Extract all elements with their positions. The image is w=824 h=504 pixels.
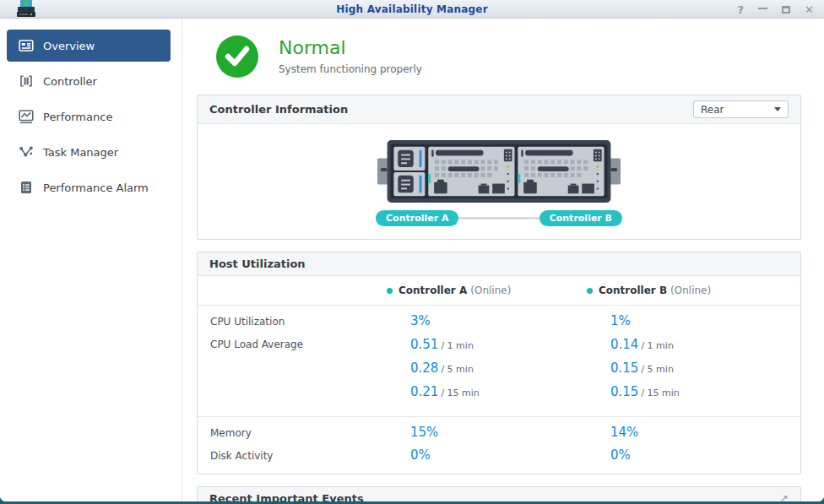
load-5min-b: 0.15/ 5 min bbox=[610, 360, 800, 376]
online-status-dot bbox=[387, 288, 393, 294]
green-check-icon bbox=[216, 35, 258, 78]
cpu-value-b: 1% bbox=[610, 313, 800, 328]
sidebar-item-label: Controller bbox=[43, 75, 97, 88]
window-controls: ? ✕ bbox=[738, 0, 814, 19]
sidebar-item-controller[interactable]: Controller bbox=[7, 65, 171, 97]
controller-illustration-area: Controller A Controller B bbox=[198, 124, 800, 239]
titlebar: High Availability Manager ? ✕ bbox=[0, 0, 824, 19]
main-content: Normal System functioning properly Contr… bbox=[183, 19, 824, 501]
controller-a-column-header: Controller A (Online) bbox=[387, 285, 610, 296]
sidebar-item-overview[interactable]: Overview bbox=[7, 30, 171, 62]
sidebar-item-label: Performance bbox=[43, 111, 112, 123]
host-utilization-panel: Host Utilization Controller A (Online) C… bbox=[197, 252, 801, 474]
sidebar-item-label: Performance Alarm bbox=[43, 182, 149, 194]
controller-information-panel: Controller Information Rear bbox=[197, 95, 801, 240]
controller-badges: Controller A Controller B bbox=[376, 210, 622, 227]
view-selector-value: Rear bbox=[701, 104, 724, 116]
app-window: High Availability Manager ? ✕ Overview bbox=[0, 0, 824, 501]
performance-alarm-icon bbox=[19, 180, 34, 195]
window-title: High Availability Manager bbox=[0, 3, 824, 15]
sidebar: Overview Controller Performance bbox=[0, 19, 182, 501]
performance-chart-icon bbox=[19, 109, 34, 124]
panel-title: Controller Information bbox=[209, 103, 348, 116]
cpu-value-a: 3% bbox=[410, 313, 610, 328]
sidebar-item-performance-alarm[interactable]: Performance Alarm bbox=[7, 171, 171, 203]
load-1min-b: 0.14/ 1 min bbox=[610, 336, 800, 352]
recent-events-panel: Recent Important Events ↗ bbox=[197, 486, 801, 501]
overview-card-icon bbox=[19, 38, 34, 53]
panel-title: Recent Important Events bbox=[209, 492, 364, 501]
view-selector-dropdown[interactable]: Rear bbox=[693, 100, 789, 118]
memory-value-a: 15% bbox=[410, 425, 610, 440]
controller-b-badge: Controller B bbox=[539, 210, 622, 226]
sidebar-item-task-manager[interactable]: Task Manager bbox=[7, 136, 171, 168]
controller-b-column-header: Controller B (Online) bbox=[587, 285, 800, 296]
help-icon[interactable]: ? bbox=[738, 4, 745, 15]
close-icon[interactable]: ✕ bbox=[805, 4, 814, 15]
memory-value-b: 14% bbox=[610, 425, 800, 440]
controller-a-badge: Controller A bbox=[376, 210, 458, 226]
dual-controller-rear-view bbox=[376, 137, 622, 204]
task-manager-icon bbox=[19, 144, 34, 160]
table-row-cpu-load-average: CPU Load Average 0.51/ 1 min 0.28/ 5 min… bbox=[198, 328, 800, 407]
table-column-headers: Controller A (Online) Controller B (Onli… bbox=[198, 276, 800, 306]
sidebar-item-label: Overview bbox=[43, 40, 95, 52]
system-status: Normal System functioning properly bbox=[216, 32, 824, 81]
minimize-icon[interactable] bbox=[758, 7, 767, 9]
sidebar-item-performance[interactable]: Performance bbox=[7, 100, 171, 133]
panel-title: Host Utilization bbox=[209, 257, 306, 270]
load-1min-a: 0.51/ 1 min bbox=[410, 336, 610, 352]
disk-value-a: 0% bbox=[410, 447, 610, 463]
recent-events-header: Recent Important Events ↗ bbox=[198, 487, 800, 501]
disk-value-b: 0% bbox=[610, 447, 800, 463]
status-subtitle: System functioning properly bbox=[279, 63, 422, 75]
table-row-memory: Memory 15% 14% bbox=[198, 417, 800, 440]
maximize-icon[interactable] bbox=[782, 6, 790, 14]
table-row-cpu-utilization: CPU Utilization 3% 1% bbox=[198, 306, 800, 328]
open-in-new-icon[interactable]: ↗ bbox=[779, 492, 789, 501]
controller-icon bbox=[19, 73, 34, 89]
sidebar-item-label: Task Manager bbox=[43, 146, 118, 159]
load-5min-a: 0.28/ 5 min bbox=[410, 360, 610, 376]
host-utilization-header: Host Utilization bbox=[198, 252, 800, 276]
chevron-down-icon bbox=[774, 107, 781, 111]
status-title: Normal bbox=[279, 38, 422, 58]
controller-information-header: Controller Information Rear bbox=[198, 95, 800, 124]
online-status-dot bbox=[587, 288, 593, 294]
table-row-disk-activity: Disk Activity 0% 0% bbox=[198, 440, 800, 463]
load-15min-a: 0.21/ 15 min bbox=[410, 383, 610, 399]
load-15min-b: 0.15/ 15 min bbox=[610, 383, 800, 399]
